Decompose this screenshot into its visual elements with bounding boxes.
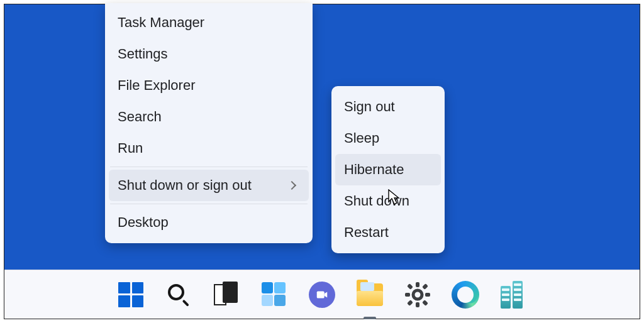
svg-rect-4 (416, 302, 419, 307)
gear-icon (404, 281, 431, 309)
menu-item-label: Run (118, 140, 143, 156)
running-indicator (364, 317, 376, 319)
menu-item-label: Task Manager (118, 14, 204, 31)
taskbar-search-button[interactable] (164, 280, 193, 309)
search-icon (167, 283, 191, 307)
svg-rect-9 (407, 300, 413, 306)
svg-rect-5 (405, 293, 410, 297)
taskbar-start-button[interactable] (116, 280, 145, 309)
menu-item-label: Search (118, 109, 162, 125)
taskbar (4, 270, 640, 319)
menu-item-label: Shut down or sign out (118, 177, 252, 194)
taskbar-server-manager-button[interactable] (499, 280, 528, 309)
svg-marker-0 (389, 190, 399, 204)
menu-item-file-explorer[interactable]: File Explorer (109, 70, 309, 101)
menu-item-label: Settings (118, 46, 168, 62)
menu-item-search[interactable]: Search (109, 101, 309, 133)
submenu-item-hibernate[interactable]: Hibernate (335, 154, 441, 185)
folder-icon (357, 283, 383, 306)
shutdown-submenu: Sign out Sleep Hibernate Shut down Resta… (331, 86, 445, 253)
svg-rect-8 (422, 283, 428, 290)
menu-item-task-manager[interactable]: Task Manager (109, 7, 309, 38)
menu-separator (110, 204, 308, 204)
taskbar-widgets-button[interactable] (260, 280, 289, 309)
chat-camera-icon (309, 282, 335, 308)
menu-item-settings[interactable]: Settings (109, 38, 309, 70)
chevron-right-icon (287, 181, 296, 190)
taskbar-file-explorer-button[interactable] (355, 280, 384, 309)
svg-rect-1 (317, 291, 325, 298)
submenu-item-label: Sleep (344, 130, 379, 146)
menu-item-run[interactable]: Run (109, 133, 309, 164)
submenu-item-label: Restart (344, 224, 389, 240)
winx-context-menu: Task Manager Settings File Explorer Sear… (105, 3, 313, 243)
submenu-item-sign-out[interactable]: Sign out (335, 91, 441, 123)
svg-point-2 (413, 290, 422, 299)
taskbar-edge-button[interactable] (451, 280, 480, 309)
menu-item-shut-down-or-sign-out[interactable]: Shut down or sign out (109, 170, 309, 201)
menu-item-desktop[interactable]: Desktop (109, 207, 309, 238)
windows-start-icon (118, 282, 143, 307)
menu-item-label: Desktop (118, 214, 169, 231)
edge-icon (452, 281, 479, 309)
menu-item-label: File Explorer (118, 77, 195, 94)
widgets-icon (262, 282, 287, 307)
menu-separator (110, 167, 308, 167)
submenu-item-label: Sign out (344, 99, 395, 114)
mouse-cursor-icon (388, 189, 402, 208)
svg-rect-7 (407, 283, 413, 290)
task-view-icon (214, 284, 239, 305)
taskbar-chat-button[interactable] (308, 280, 336, 309)
svg-rect-10 (422, 300, 428, 306)
svg-rect-6 (425, 293, 430, 297)
svg-rect-3 (416, 282, 419, 287)
desktop-frame: Task Manager Settings File Explorer Sear… (4, 4, 640, 319)
servers-icon (501, 281, 526, 309)
taskbar-task-view-button[interactable] (212, 280, 241, 309)
submenu-item-restart[interactable]: Restart (335, 217, 441, 248)
taskbar-settings-button[interactable] (403, 280, 432, 309)
submenu-item-label: Hibernate (344, 162, 404, 177)
submenu-item-sleep[interactable]: Sleep (335, 123, 441, 154)
